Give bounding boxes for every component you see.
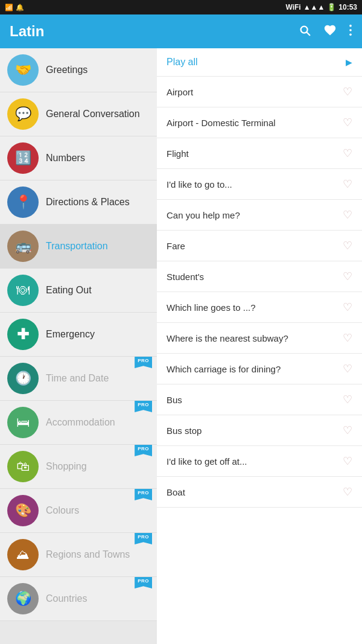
list-item[interactable]: Bus ♡ — [157, 384, 362, 415]
transportation-label: Transportation — [46, 240, 108, 252]
play-all-row[interactable]: Play all ▶ — [157, 48, 362, 77]
transportation-icon: 🚌 — [7, 231, 39, 262]
pro-badge-colours: PRO — [135, 489, 152, 500]
pro-badge-shopping: PRO — [135, 445, 152, 456]
time-date-icon: 🕐 — [7, 363, 39, 394]
list-item[interactable]: Where is the nearest subway? ♡ — [157, 323, 362, 354]
heart-icon[interactable]: ♡ — [343, 301, 352, 314]
sidebar-item-countries[interactable]: 🌍 Countries PRO — [0, 577, 157, 621]
countries-label: Countries — [46, 593, 87, 604]
favorites-icon[interactable] — [323, 24, 337, 40]
emergency-label: Emergency — [46, 328, 95, 340]
heart-icon[interactable]: ♡ — [343, 393, 352, 406]
main-layout: 🤝 Greetings 💬 General Conversation 🔢 Num… — [0, 48, 362, 644]
play-all-text: Play all — [167, 57, 198, 68]
item-label: Which line goes to ...? — [167, 302, 338, 313]
accommodation-label: Accommodation — [46, 416, 115, 428]
pro-badge-accommodation: PRO — [135, 401, 152, 412]
directions-label: Directions & Places — [46, 196, 130, 208]
heart-icon[interactable]: ♡ — [343, 362, 352, 375]
list-item[interactable]: Airport - Domestic Terminal ♡ — [157, 107, 362, 138]
countries-icon: 🌍 — [7, 583, 39, 614]
colours-icon: 🎨 — [7, 495, 39, 526]
item-label: Where is the nearest subway? — [167, 333, 338, 343]
list-item[interactable]: Airport ♡ — [157, 77, 362, 107]
item-label: Flight — [167, 148, 338, 159]
heart-icon[interactable]: ♡ — [343, 208, 352, 222]
status-left-icons: 📶 🔔 — [5, 4, 24, 11]
sidebar-item-colours[interactable]: 🎨 Colours PRO — [0, 489, 157, 533]
list-item[interactable]: Which carriage is for dining? ♡ — [157, 354, 362, 384]
eating-out-label: Eating Out — [46, 284, 92, 296]
sidebar-item-emergency[interactable]: ✚ Emergency — [0, 313, 157, 357]
list-item[interactable]: Fare ♡ — [157, 231, 362, 261]
item-label: I'd like to go to... — [167, 179, 338, 190]
heart-icon[interactable]: ♡ — [343, 331, 352, 345]
more-options-icon[interactable] — [349, 24, 352, 40]
heart-icon[interactable]: ♡ — [343, 147, 352, 160]
colours-label: Colours — [46, 505, 79, 516]
content-panel: Play all ▶ Airport ♡ Airport - Domestic … — [157, 48, 362, 644]
sidebar-item-numbers[interactable]: 🔢 Numbers — [0, 136, 157, 180]
status-bar: 📶 🔔 WiFi ▲▲▲ 🔋 10:53 — [0, 0, 362, 14]
list-item[interactable]: Bus stop ♡ — [157, 415, 362, 446]
regions-label: Regions and Towns — [46, 549, 130, 560]
heart-icon[interactable]: ♡ — [343, 85, 352, 98]
time-display: 10:53 — [338, 3, 357, 11]
item-label: Can you help me? — [167, 210, 338, 220]
sidebar-item-general-conversation[interactable]: 💬 General Conversation — [0, 92, 157, 136]
play-all-icon: ▶ — [346, 57, 352, 67]
heart-icon[interactable]: ♡ — [343, 454, 352, 468]
item-label: Student's — [167, 272, 338, 282]
heart-icon[interactable]: ♡ — [343, 239, 352, 252]
heart-icon[interactable]: ♡ — [343, 177, 352, 191]
sidebar-item-eating-out[interactable]: 🍽 Eating Out — [0, 269, 157, 313]
wifi-icon: WiFi — [285, 3, 300, 11]
shopping-icon: 🛍 — [7, 451, 39, 482]
item-label: Fare — [167, 241, 338, 251]
battery-icon: 🔋 — [327, 3, 336, 11]
list-item[interactable]: Which line goes to ...? ♡ — [157, 292, 362, 323]
svg-point-2 — [349, 33, 352, 36]
status-right: WiFi ▲▲▲ 🔋 10:53 — [285, 3, 357, 11]
list-item[interactable]: Boat ♡ — [157, 477, 362, 508]
numbers-label: Numbers — [46, 152, 85, 164]
list-item[interactable]: I'd like to go to... ♡ — [157, 169, 362, 200]
item-label: Airport - Domestic Terminal — [167, 118, 338, 128]
item-label: Which carriage is for dining? — [167, 364, 338, 374]
sidebar-item-directions[interactable]: 📍 Directions & Places — [0, 180, 157, 225]
accommodation-icon: 🛏 — [7, 407, 39, 438]
list-item[interactable]: Flight ♡ — [157, 138, 362, 169]
pro-badge-countries: PRO — [135, 577, 152, 588]
notification-icon: 🔔 — [16, 4, 24, 11]
sidebar-item-regions[interactable]: ⛰ Regions and Towns PRO — [0, 533, 157, 577]
heart-icon[interactable]: ♡ — [343, 270, 352, 283]
app-title: Latin — [10, 23, 44, 40]
heart-icon[interactable]: ♡ — [343, 116, 352, 129]
eating-out-icon: 🍽 — [7, 275, 39, 306]
item-label: Airport — [167, 87, 338, 97]
app-header: Latin — [0, 14, 362, 48]
signal-icon: ▲▲▲ — [303, 3, 325, 11]
search-icon[interactable] — [298, 24, 311, 40]
greetings-icon: 🤝 — [7, 54, 39, 86]
heart-icon[interactable]: ♡ — [343, 485, 352, 499]
item-label: I'd like to get off at... — [167, 456, 338, 467]
sidebar-item-accommodation[interactable]: 🛏 Accommodation PRO — [0, 401, 157, 445]
directions-icon: 📍 — [7, 187, 39, 218]
sidebar-item-time-date[interactable]: 🕐 Time and Date PRO — [0, 357, 157, 401]
item-label: Boat — [167, 487, 338, 497]
heart-icon[interactable]: ♡ — [343, 424, 352, 437]
general-conversation-label: General Conversation — [46, 108, 140, 120]
sidebar: 🤝 Greetings 💬 General Conversation 🔢 Num… — [0, 48, 157, 644]
sidebar-item-transportation[interactable]: 🚌 Transportation — [0, 225, 157, 269]
sidebar-item-greetings[interactable]: 🤝 Greetings — [0, 48, 157, 92]
header-actions — [298, 24, 352, 40]
general-conversation-icon: 💬 — [7, 98, 39, 130]
list-item[interactable]: I'd like to get off at... ♡ — [157, 446, 362, 477]
regions-icon: ⛰ — [7, 539, 39, 570]
list-item[interactable]: Can you help me? ♡ — [157, 200, 362, 231]
list-item[interactable]: Student's ♡ — [157, 261, 362, 292]
sim-icon: 📶 — [5, 4, 13, 11]
sidebar-item-shopping[interactable]: 🛍 Shopping PRO — [0, 445, 157, 489]
